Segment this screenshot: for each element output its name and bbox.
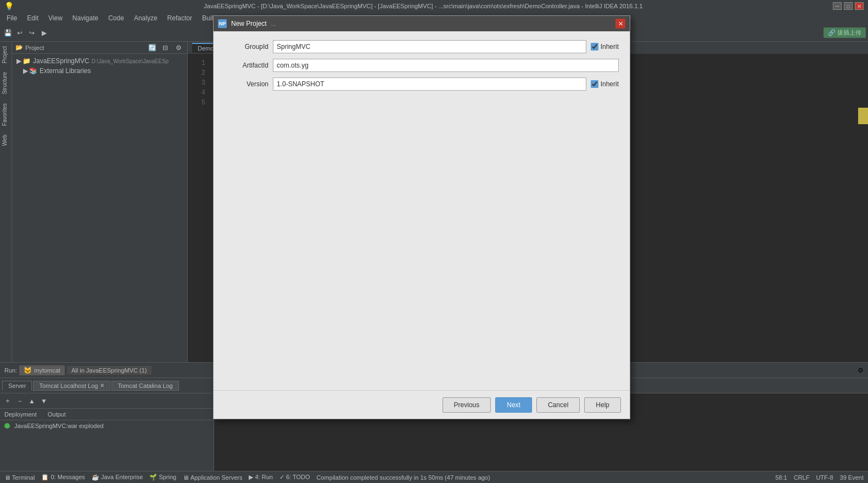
menu-code[interactable]: Code bbox=[104, 13, 128, 23]
groupid-inherit-label: Inherit bbox=[601, 43, 619, 51]
version-inherit: Inherit bbox=[591, 80, 619, 88]
previous-button[interactable]: Previous bbox=[443, 397, 491, 413]
run-label: Run: bbox=[4, 367, 17, 374]
deployment-col-deployment: Deployment bbox=[4, 411, 37, 418]
move-down-button[interactable]: ▼ bbox=[38, 396, 49, 407]
status-java-enterprise[interactable]: ☕ Java Enterprise bbox=[92, 474, 143, 481]
project-vtab[interactable]: Project bbox=[0, 42, 12, 68]
groupid-label: GroupId bbox=[225, 43, 268, 51]
server-label: Server bbox=[8, 382, 26, 389]
status-right: 58:1 CRLF UTF-8 39 Event bbox=[775, 474, 864, 481]
library-icon: 📚 bbox=[29, 67, 37, 75]
tab-server[interactable]: Server bbox=[2, 381, 32, 391]
menu-refactor[interactable]: Refactor bbox=[163, 13, 197, 23]
project-name: JavaEESpringMVC bbox=[33, 57, 89, 65]
next-button[interactable]: Next bbox=[495, 397, 532, 413]
run-tab-all[interactable]: All in JavaEESpringMVC (1) bbox=[67, 366, 152, 375]
toolbar-undo[interactable]: ↩ bbox=[14, 27, 25, 38]
help-button[interactable]: Help bbox=[584, 397, 621, 413]
web-vtab[interactable]: Web bbox=[0, 130, 12, 150]
deployment-name: JavaEESpringMVC:war exploded bbox=[14, 423, 104, 429]
collapse-icon[interactable]: ⊟ bbox=[160, 42, 171, 53]
add-deployment-button[interactable]: + bbox=[2, 396, 13, 407]
dialog-subtitle: ... bbox=[271, 20, 276, 27]
expand-icon-lib: ▶ bbox=[23, 67, 28, 75]
toolbar-redo[interactable]: ↪ bbox=[26, 27, 37, 38]
version-input[interactable] bbox=[273, 77, 586, 91]
artifactid-row: ArtifactId bbox=[225, 59, 619, 72]
status-message: Compilation completed successfully in 1s… bbox=[317, 474, 490, 481]
sync-icon[interactable]: 🔄 bbox=[147, 42, 158, 53]
status-spring[interactable]: 🌱 Spring bbox=[149, 474, 176, 481]
deployment-col-output: Output bbox=[48, 411, 66, 418]
dialog-app-icon: NP bbox=[218, 19, 227, 28]
favorites-vtab[interactable]: Favorites bbox=[0, 99, 12, 130]
events-count: 39 Event bbox=[840, 474, 864, 481]
move-up-button[interactable]: ▲ bbox=[26, 396, 37, 407]
groupid-inherit-checkbox[interactable] bbox=[591, 43, 598, 51]
tomcat-icon: 🐱 bbox=[24, 367, 32, 374]
menu-navigate[interactable]: Navigate bbox=[68, 13, 103, 23]
tab-localhost-log[interactable]: Tomcat Localhost Log ✕ bbox=[33, 381, 110, 391]
menu-analyze[interactable]: Analyze bbox=[130, 13, 162, 23]
tab-tomcat-label: mytomcat bbox=[34, 367, 60, 374]
project-root-item[interactable]: ▶ 📁 JavaEESpringMVC D:\Java_WorkSpace\Ja… bbox=[12, 56, 187, 66]
deployment-item[interactable]: JavaEESpringMVC:war exploded bbox=[0, 420, 214, 431]
window-controls: ─ □ ✕ bbox=[833, 2, 864, 10]
menu-file[interactable]: File bbox=[2, 13, 21, 23]
remove-deployment-button[interactable]: − bbox=[14, 396, 25, 407]
status-messages[interactable]: 📋 0: Messages bbox=[41, 474, 85, 481]
project-path: D:\Java_WorkSpace\JavaEESp bbox=[92, 58, 169, 64]
version-row: Version Inherit bbox=[225, 77, 619, 91]
dialog-form: GroupId Inherit ArtifactId Version Inher… bbox=[214, 31, 630, 390]
charset: UTF-8 bbox=[816, 474, 833, 481]
run-tab-tomcat[interactable]: 🐱 mytomcat bbox=[19, 365, 65, 375]
line-ending: CRLF bbox=[794, 474, 810, 481]
status-run[interactable]: ▶ 4: Run bbox=[249, 474, 272, 481]
status-app-servers[interactable]: 🖥 Application Servers bbox=[183, 474, 242, 481]
folder-icon: 📁 bbox=[23, 57, 31, 65]
vertical-tab-bar: Project Structure Favorites Web bbox=[0, 42, 12, 362]
status-indicator bbox=[4, 423, 10, 429]
deployment-panel: + − ▲ ▼ Deployment Output JavaEESpringMV… bbox=[0, 393, 214, 483]
groupid-row: GroupId Inherit bbox=[225, 40, 619, 53]
upload-button[interactable]: 🔗 拔插上传 bbox=[824, 27, 866, 38]
external-libraries-item[interactable]: ▶ 📚 External Libraries bbox=[12, 66, 187, 76]
dialog-close-button[interactable]: ✕ bbox=[615, 19, 625, 29]
groupid-input[interactable] bbox=[273, 40, 586, 53]
toolbar-save[interactable]: 💾 bbox=[2, 27, 13, 38]
run-settings-icon[interactable]: ⚙ bbox=[858, 367, 864, 374]
deployment-toolbar: + − ▲ ▼ bbox=[0, 393, 214, 409]
app-icon: 💡 bbox=[4, 2, 14, 10]
settings-icon[interactable]: ⚙ bbox=[173, 42, 184, 53]
cancel-button[interactable]: Cancel bbox=[536, 397, 580, 413]
tab-all-label: All in JavaEESpringMVC (1) bbox=[71, 367, 147, 374]
editor-highlight-bar bbox=[858, 108, 868, 124]
artifactid-input[interactable] bbox=[273, 59, 619, 72]
version-inherit-checkbox[interactable] bbox=[591, 80, 598, 88]
dialog-title: New Project bbox=[231, 20, 267, 27]
maximize-button[interactable]: □ bbox=[844, 2, 853, 10]
artifactid-label: ArtifactId bbox=[225, 62, 268, 69]
project-panel: 📂 Project 🔄 ⊟ ⚙ ▶ 📁 JavaEESpringMVC D:\J… bbox=[12, 42, 188, 362]
dialog-footer: Previous Next Cancel Help bbox=[214, 390, 630, 419]
toolbar-run[interactable]: ▶ bbox=[38, 27, 49, 38]
close-tab-icon[interactable]: ✕ bbox=[100, 382, 104, 388]
menu-view[interactable]: View bbox=[44, 13, 67, 23]
project-label: Project bbox=[25, 45, 44, 51]
menu-edit[interactable]: Edit bbox=[23, 13, 43, 23]
catalina-log-label: Tomcat Catalina Log bbox=[117, 382, 172, 389]
tab-catalina-log[interactable]: Tomcat Catalina Log bbox=[111, 381, 178, 391]
window-title: JavaEESpringMVC - [D:\Java_WorkSpace\Jav… bbox=[14, 3, 833, 9]
minimize-button[interactable]: ─ bbox=[833, 2, 842, 10]
project-icon: 📂 bbox=[15, 44, 23, 51]
library-label: External Libraries bbox=[40, 67, 91, 75]
status-terminal[interactable]: 🖥 Terminal bbox=[4, 474, 35, 481]
expand-icon: ▶ bbox=[16, 57, 21, 65]
close-button[interactable]: ✕ bbox=[855, 2, 864, 10]
project-tree: ▶ 📁 JavaEESpringMVC D:\Java_WorkSpace\Ja… bbox=[12, 54, 187, 78]
structure-vtab[interactable]: Structure bbox=[0, 68, 12, 99]
status-todo[interactable]: ✓ 6: TODO bbox=[279, 474, 310, 481]
project-header: 📂 Project 🔄 ⊟ ⚙ bbox=[12, 42, 187, 54]
groupid-inherit: Inherit bbox=[591, 43, 619, 51]
